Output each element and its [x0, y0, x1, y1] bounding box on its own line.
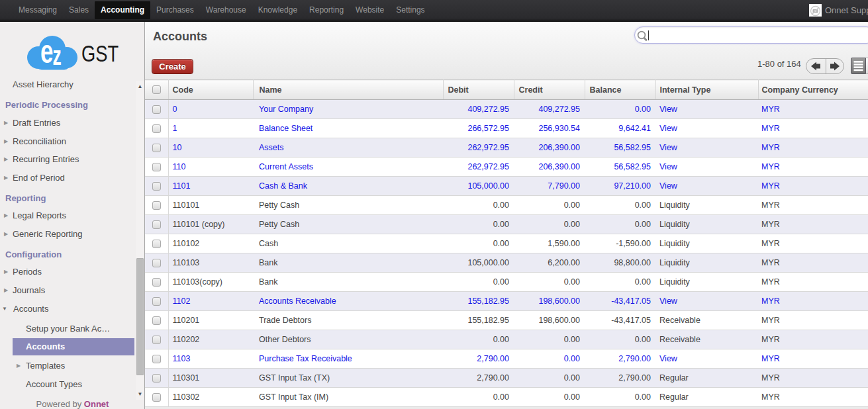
- svg-text:GST: GST: [81, 41, 119, 67]
- svg-text:e: e: [40, 34, 53, 69]
- svg-text:z: z: [53, 40, 62, 70]
